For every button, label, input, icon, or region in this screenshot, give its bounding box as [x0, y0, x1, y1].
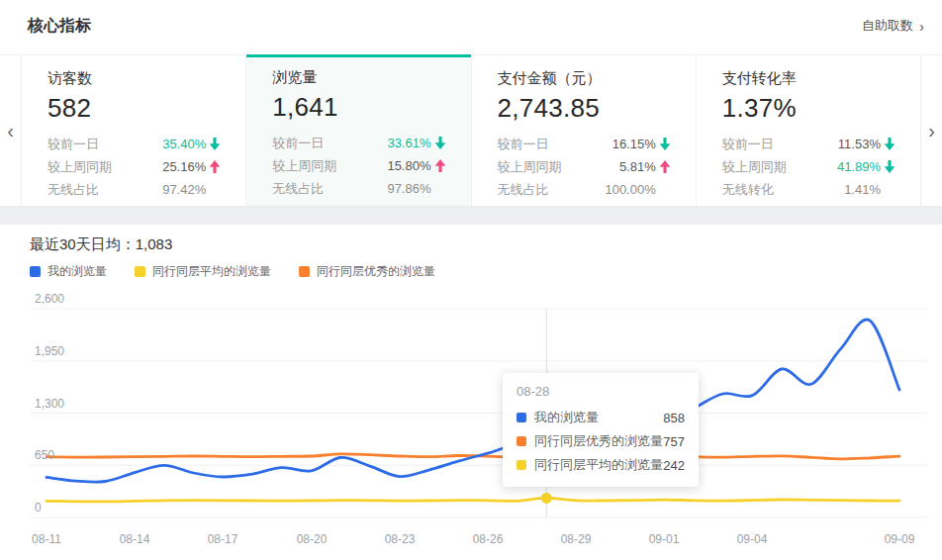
- tooltip-series-label: 我的浏览量: [534, 409, 663, 426]
- carousel-next-button[interactable]: ›: [920, 55, 942, 206]
- metric-card-value: 1,641: [272, 92, 448, 123]
- metric-row-value: 41.89%: [837, 159, 881, 174]
- x-axis-tick: 08-17: [193, 532, 252, 546]
- analytics-dashboard: 核心指标 自助取数 › ‹ 访客数582较前一日35.40%较上周同期25.16…: [0, 0, 942, 560]
- chart-plot-area[interactable]: 06501,3001,9502,600 08-1108-1408-1708-20…: [0, 225, 942, 560]
- metric-row-label: 较上周同期: [272, 157, 387, 175]
- metric-row: 较上周同期5.81%: [498, 155, 674, 178]
- metric-row-value: 11.53%: [838, 137, 881, 151]
- metric-row-value: 97.86%: [387, 181, 430, 196]
- metric-row-label: 较前一日: [272, 135, 387, 152]
- metric-card-title: 支付金额（元）: [498, 69, 674, 88]
- metric-row: 较前一日11.53%: [722, 133, 898, 155]
- metric-row: 无线转化1.41%: [722, 178, 898, 201]
- metric-card-conversion-rate[interactable]: 支付转化率1.37%较前一日11.53%较上周同期41.89%无线转化1.41%: [697, 55, 920, 206]
- metric-card-rows: 较前一日11.53%较上周同期41.89%无线转化1.41%: [722, 133, 898, 201]
- chevron-right-icon: ›: [919, 19, 924, 34]
- x-axis-tick: 08-23: [370, 532, 429, 546]
- y-axis-tick: 0: [35, 501, 42, 514]
- x-axis-tick: 08-11: [17, 532, 76, 546]
- x-axis-tick: 08-29: [546, 532, 606, 546]
- arrow-up-icon: [659, 160, 674, 173]
- metric-card-title: 浏览量: [272, 68, 448, 87]
- tooltip-swatch-icon: [517, 436, 526, 446]
- metric-row-value: 35.40%: [162, 137, 206, 151]
- metric-card-value: 1.37%: [722, 93, 898, 124]
- metric-row: 较前一日16.15%: [498, 133, 674, 155]
- arrow-down-icon: [884, 138, 898, 150]
- tooltip-row: 同行同层平均的浏览量242: [517, 453, 685, 477]
- metric-row: 较上周同期15.80%: [272, 154, 448, 177]
- chevron-left-icon: ‹: [7, 121, 14, 140]
- metric-card-title: 支付转化率: [722, 69, 898, 88]
- metric-row-label: 较上周同期: [47, 158, 162, 176]
- line-chart: [0, 225, 942, 560]
- metric-row-label: 较前一日: [498, 136, 612, 153]
- metric-cards-panel: ‹ 访客数582较前一日35.40%较上周同期25.16%无线占比97.42%浏…: [0, 54, 942, 207]
- metric-row-value: 97.42%: [162, 182, 206, 197]
- chevron-right-icon: ›: [928, 121, 935, 140]
- metric-row-label: 无线转化: [722, 181, 844, 199]
- tooltip-series-value: 757: [663, 434, 685, 449]
- arrow-up-icon: [209, 160, 224, 173]
- metric-row: 无线占比97.42%: [47, 178, 224, 201]
- y-axis-tick: 2,600: [35, 292, 64, 306]
- metric-row-value: 33.61%: [387, 136, 430, 150]
- tooltip-series-label: 同行同层平均的浏览量: [534, 456, 663, 474]
- carousel-prev-button[interactable]: ‹: [0, 55, 22, 206]
- y-axis-tick: 1,300: [35, 397, 64, 411]
- metric-row: 较前一日35.40%: [47, 133, 224, 155]
- x-axis-tick: 08-14: [105, 532, 164, 546]
- metric-row-value: 5.81%: [619, 159, 656, 174]
- metric-row-label: 无线占比: [498, 181, 606, 199]
- tooltip-row: 我的浏览量858: [517, 406, 685, 429]
- y-axis-tick: 1,950: [35, 344, 64, 358]
- metric-cards: 访客数582较前一日35.40%较上周同期25.16%无线占比97.42%浏览量…: [22, 55, 920, 206]
- metric-card-rows: 较前一日16.15%较上周同期5.81%无线占比100.00%: [498, 133, 674, 201]
- metric-card-title: 访客数: [47, 69, 224, 88]
- x-axis-tick: 09-01: [634, 532, 694, 546]
- metric-card-value: 2,743.85: [498, 93, 674, 124]
- metric-row: 无线占比100.00%: [498, 178, 674, 201]
- arrow-down-icon: [434, 137, 449, 149]
- x-axis-tick: 09-09: [870, 532, 929, 546]
- arrow-slot: [659, 183, 674, 196]
- metric-card-rows: 较前一日33.61%较上周同期15.80%无线占比97.86%: [272, 132, 448, 200]
- metric-row-label: 无线占比: [47, 181, 162, 199]
- metric-row-value: 1.41%: [844, 182, 881, 197]
- metric-card-visitors[interactable]: 访客数582较前一日35.40%较上周同期25.16%无线占比97.42%: [22, 55, 246, 206]
- tooltip-swatch-icon: [517, 413, 526, 422]
- metric-row-value: 100.00%: [605, 182, 655, 197]
- arrow-slot: [434, 182, 449, 195]
- metric-row-label: 较前一日: [47, 136, 162, 153]
- tooltip-series-value: 242: [663, 458, 685, 473]
- self-service-data-label: 自助取数: [862, 17, 913, 35]
- metric-row: 较上周同期25.16%: [47, 155, 224, 178]
- metric-row-value: 25.16%: [162, 159, 206, 174]
- header: 核心指标 自助取数 ›: [0, 0, 942, 54]
- metric-card-payment-amount[interactable]: 支付金额（元）2,743.85较前一日16.15%较上周同期5.81%无线占比1…: [472, 55, 697, 206]
- metric-row-value: 16.15%: [612, 137, 656, 151]
- metric-row-label: 较上周同期: [498, 158, 619, 176]
- metric-row-label: 无线占比: [272, 180, 387, 198]
- chart-tooltip: 08-28 我的浏览量858同行同层优秀的浏览量757同行同层平均的浏览量242: [503, 373, 699, 487]
- metric-row: 较前一日33.61%: [272, 132, 448, 154]
- arrow-slot: [884, 183, 898, 196]
- x-axis-tick: 08-26: [458, 532, 518, 546]
- tooltip-series-value: 858: [663, 411, 685, 425]
- metric-card-pageviews[interactable]: 浏览量1,641较前一日33.61%较上周同期15.80%无线占比97.86%: [246, 55, 471, 206]
- metric-card-rows: 较前一日35.40%较上周同期25.16%无线占比97.42%: [47, 133, 224, 201]
- tooltip-row: 同行同层优秀的浏览量757: [517, 429, 685, 453]
- y-axis-tick: 650: [35, 448, 54, 462]
- metric-row-label: 较前一日: [722, 136, 838, 153]
- metric-row: 无线占比97.86%: [272, 177, 448, 200]
- metric-card-value: 582: [47, 93, 224, 124]
- metric-row-value: 15.80%: [387, 158, 430, 173]
- arrow-down-icon: [659, 138, 674, 150]
- tooltip-rows: 我的浏览量858同行同层优秀的浏览量757同行同层平均的浏览量242: [517, 406, 685, 477]
- metric-row-label: 较上周同期: [722, 158, 837, 176]
- self-service-data-link[interactable]: 自助取数 ›: [862, 17, 924, 35]
- arrow-down-icon: [884, 160, 898, 173]
- arrow-up-icon: [434, 159, 449, 172]
- tooltip-series-label: 同行同层优秀的浏览量: [534, 432, 663, 450]
